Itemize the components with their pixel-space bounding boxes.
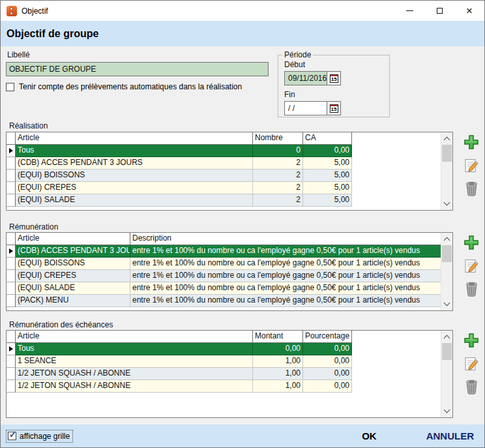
- table-row[interactable]: (EQUI) BOISSONSentre 1% et 100% du nombr…: [7, 258, 441, 270]
- libelle-input[interactable]: [6, 62, 269, 76]
- row-selector[interactable]: [7, 182, 16, 194]
- add-row-button[interactable]: [463, 233, 480, 251]
- row-selector[interactable]: [7, 145, 16, 157]
- scroll-up-button[interactable]: [441, 133, 452, 144]
- row-selector[interactable]: [7, 282, 16, 295]
- cell-article[interactable]: (EQUI) SALADE: [16, 194, 253, 207]
- ok-button[interactable]: OK: [362, 430, 377, 441]
- column-header-nombre[interactable]: Nombre: [253, 132, 303, 145]
- fin-calendar-button[interactable]: 15: [327, 102, 340, 115]
- cell-pourcentage[interactable]: 0,00: [303, 343, 352, 355]
- cell-nombre[interactable]: 0: [253, 145, 303, 157]
- cell-ca[interactable]: 0,00: [303, 145, 352, 157]
- row-selector[interactable]: [7, 270, 16, 282]
- scrollbar-thumb[interactable]: [442, 145, 452, 162]
- edit-row-button[interactable]: [463, 355, 480, 372]
- column-header-article[interactable]: Article: [16, 233, 130, 245]
- cell-ca[interactable]: 5,00: [303, 182, 352, 194]
- cell-pourcentage[interactable]: 0,00: [303, 355, 352, 368]
- cell-montant[interactable]: 1,00: [253, 355, 303, 368]
- row-selector[interactable]: [7, 368, 16, 380]
- cell-article[interactable]: 1/2 JETON SQUASH / ABONNE: [16, 380, 253, 393]
- table-row[interactable]: Tous0,000,00: [7, 343, 441, 355]
- table-row[interactable]: 1/2 JETON SQUASH / ABONNE1,000,00: [7, 368, 441, 380]
- cell-pourcentage[interactable]: 0,00: [303, 368, 352, 380]
- row-selector[interactable]: [7, 295, 16, 307]
- row-selector[interactable]: [7, 355, 16, 368]
- cell-nombre[interactable]: 2: [253, 170, 303, 182]
- table-row[interactable]: 1 SEANCE1,000,00: [7, 355, 441, 368]
- scroll-down-button[interactable]: [441, 299, 452, 310]
- scroll-up-button[interactable]: [441, 331, 452, 342]
- delete-row-button[interactable]: [463, 280, 480, 298]
- row-selector[interactable]: [7, 258, 16, 270]
- edit-row-button[interactable]: [463, 257, 480, 275]
- fin-datefield[interactable]: / / 15: [284, 101, 341, 115]
- row-selector[interactable]: [7, 343, 16, 355]
- table-row[interactable]: (PACK) MENUentre 1% et 100% du nombre ou…: [7, 295, 441, 307]
- edit-row-button[interactable]: [463, 157, 480, 174]
- vertical-scrollbar[interactable]: [441, 331, 452, 417]
- cell-article[interactable]: (EQUI) SALADE: [16, 282, 130, 295]
- cell-description[interactable]: entre 1% et 100% du nombre ou ca l'emplo…: [130, 282, 441, 295]
- maximize-button[interactable]: [424, 1, 454, 21]
- table-row[interactable]: Tous00,00: [7, 145, 441, 157]
- scroll-up-button[interactable]: [441, 233, 452, 245]
- cell-ca[interactable]: 5,00: [303, 157, 352, 170]
- cell-article[interactable]: (EQUI) CREPES: [16, 182, 253, 194]
- grid-display-checkbox-row[interactable]: ✓ affichage grille: [7, 430, 72, 442]
- cell-montant[interactable]: 0,00: [253, 343, 303, 355]
- cell-ca[interactable]: 5,00: [303, 170, 352, 182]
- table-row[interactable]: (EQUI) CREPES25,00: [7, 182, 441, 194]
- cell-article[interactable]: (PACK) MENU: [16, 295, 130, 307]
- debut-datefield[interactable]: 09/11/2016 15: [284, 71, 341, 85]
- cell-description[interactable]: entre 1% et 100% du nombre ou ca l'emplo…: [130, 258, 441, 270]
- cell-article[interactable]: (EQUI) CREPES: [16, 270, 130, 282]
- vertical-scrollbar[interactable]: [441, 233, 452, 310]
- auto-deduction-checkbox[interactable]: [6, 83, 14, 91]
- row-selector[interactable]: [7, 380, 16, 393]
- column-header-montant[interactable]: Montant: [253, 331, 303, 343]
- close-button[interactable]: ×: [454, 1, 484, 21]
- cell-article[interactable]: 1 SEANCE: [16, 355, 253, 368]
- fin-value[interactable]: / /: [285, 102, 327, 115]
- add-row-button[interactable]: [463, 331, 480, 349]
- cell-article[interactable]: Tous: [16, 343, 253, 355]
- column-header-article[interactable]: Article: [16, 132, 253, 145]
- row-selector[interactable]: [7, 245, 16, 258]
- delete-row-button[interactable]: [463, 180, 480, 198]
- auto-deduction-checkbox-row[interactable]: Tenir compte des prélèvements automatiqu…: [6, 82, 242, 91]
- debut-value[interactable]: 09/11/2016: [285, 72, 327, 85]
- add-row-button[interactable]: [463, 133, 480, 151]
- table-row[interactable]: 1/2 JETON SQUASH / ABONNE1,000,00: [7, 380, 441, 393]
- vertical-scrollbar[interactable]: [441, 132, 452, 210]
- table-row[interactable]: (EQUI) SALADE25,00: [7, 194, 441, 207]
- cell-article[interactable]: Tous: [16, 145, 253, 157]
- column-header-ca[interactable]: CA: [303, 132, 352, 145]
- cell-nombre[interactable]: 2: [253, 157, 303, 170]
- row-selector[interactable]: [7, 170, 16, 182]
- cell-article[interactable]: 1/2 JETON SQUASH / ABONNE: [16, 368, 253, 380]
- table-row[interactable]: (EQUI) CREPESentre 1% et 100% du nombre …: [7, 270, 441, 282]
- cell-article[interactable]: (CDB) ACCES PENDANT 3 JOURS: [16, 157, 253, 170]
- cell-nombre[interactable]: 2: [253, 194, 303, 207]
- cell-article[interactable]: (EQUI) BOISSONS: [16, 170, 253, 182]
- scroll-down-button[interactable]: [441, 198, 452, 209]
- column-header-description[interactable]: Description: [130, 233, 441, 245]
- table-row[interactable]: (CDB) ACCES PENDANT 3 JOURSentre 1% et 1…: [7, 245, 441, 258]
- scrollbar-thumb[interactable]: [442, 245, 452, 262]
- cell-ca[interactable]: 5,00: [303, 194, 352, 207]
- cell-article[interactable]: (CDB) ACCES PENDANT 3 JOURS: [16, 245, 130, 258]
- table-row[interactable]: (EQUI) BOISSONS25,00: [7, 170, 441, 182]
- grid-display-checkbox[interactable]: ✓: [8, 432, 16, 440]
- table-row[interactable]: (CDB) ACCES PENDANT 3 JOURS25,00: [7, 157, 441, 170]
- minimize-button[interactable]: [394, 1, 424, 21]
- scroll-down-button[interactable]: [441, 406, 452, 417]
- scrollbar-thumb[interactable]: [442, 343, 452, 360]
- cell-montant[interactable]: 1,00: [253, 368, 303, 380]
- row-selector[interactable]: [7, 157, 16, 170]
- debut-calendar-button[interactable]: 15: [327, 72, 340, 85]
- cell-description[interactable]: entre 1% et 100% du nombre ou ca l'emplo…: [130, 270, 441, 282]
- delete-row-button[interactable]: [463, 378, 480, 396]
- cell-article[interactable]: (EQUI) BOISSONS: [16, 258, 130, 270]
